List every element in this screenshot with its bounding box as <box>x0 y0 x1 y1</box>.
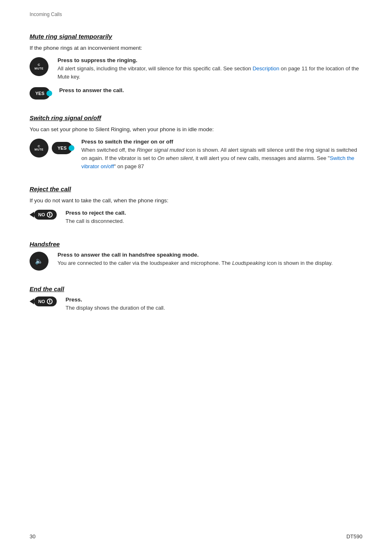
no-label-2: NO <box>38 299 45 304</box>
switch-ring-item-1: C MUTE YES Press to switch the ringer on… <box>30 139 362 171</box>
section-mute-ring-intro: If the phone rings at an inconvenient mo… <box>30 44 362 52</box>
speaker-key-button: 🔈 <box>30 252 48 271</box>
no-arrow <box>30 212 34 218</box>
section-switch-ring: Switch ring signal on/off You can set yo… <box>30 114 362 171</box>
no-arrow-2 <box>30 299 34 304</box>
mute-c-label: C <box>38 63 40 67</box>
section-handsfree-title: Handsfree <box>30 241 362 248</box>
yes-label-2: YES <box>58 146 67 151</box>
section-end-call: End the call NO Press. The display shows… <box>30 285 362 312</box>
power-circle-icon <box>47 212 53 218</box>
reject-call-text-1: Press to reject the call. The call is di… <box>66 210 363 225</box>
switch-ring-text-1: Press to switch the ringer on or off Whe… <box>81 139 362 171</box>
section-end-call-title: End the call <box>30 285 362 292</box>
mute-key-button-2: C MUTE <box>30 139 48 158</box>
power-circle-icon-2 <box>47 299 53 304</box>
product-name: DT590 <box>346 533 362 540</box>
breadcrumb: Incoming Calls <box>30 12 62 17</box>
mute-ring-desc-1: All alert signals, including the vibrato… <box>58 65 359 80</box>
switch-ring-desc-1: When switched off, the Ringer signal mut… <box>81 147 357 169</box>
no-btn-body: NO <box>34 210 57 220</box>
mute-ring-item-1: C MUTE Press to suppress the ringing. Al… <box>30 57 362 81</box>
section-mute-ring: Mute ring signal temporarily If the phon… <box>30 33 362 100</box>
no-label: NO <box>38 212 45 217</box>
end-call-bold-label: Press. <box>66 297 363 303</box>
yes-key-button-2: YES <box>52 142 72 154</box>
yes-key-button: YES <box>30 87 50 100</box>
mute-button-icon: C MUTE <box>30 57 48 76</box>
mute-ring-bold-label-1: Press to suppress the ringing. <box>58 57 362 63</box>
handsfree-desc: You are connected to the caller via the … <box>58 260 333 266</box>
switch-ring-bold-label-1: Press to switch the ringer on or off <box>81 139 362 145</box>
vibrator-link[interactable]: Switch the vibrator on/off <box>81 155 354 169</box>
section-switch-ring-intro: You can set your phone to Silent Ringing… <box>30 125 362 134</box>
end-call-item-1: NO Press. The display shows the duration… <box>30 297 362 312</box>
description-link[interactable]: Description <box>253 65 279 72</box>
section-handsfree: Handsfree 🔈 Press to answer the call in … <box>30 241 362 271</box>
handsfree-text-1: Press to answer the call in handsfree sp… <box>58 252 362 267</box>
section-switch-ring-title: Switch ring signal on/off <box>30 114 362 121</box>
end-call-text-1: Press. The display shows the duration of… <box>66 297 363 312</box>
yes-button-icon: YES <box>30 87 50 100</box>
reject-desc: The call is disconnected. <box>66 218 124 224</box>
section-mute-ring-title: Mute ring signal temporarily <box>30 33 362 40</box>
end-call-desc: The display shows the duration of the ca… <box>66 305 165 311</box>
no-key-button-2: NO <box>30 297 57 306</box>
mute-key-button: C MUTE <box>30 57 48 76</box>
mute-ring-text-1: Press to suppress the ringing. All alert… <box>58 57 362 81</box>
speaker-button-icon: 🔈 <box>30 252 48 271</box>
no-key-button: NO <box>30 210 57 220</box>
mute-label: MUTE <box>35 67 44 70</box>
speaker-icon: 🔈 <box>35 257 43 265</box>
handsfree-item-1: 🔈 Press to answer the call in handsfree … <box>30 252 362 271</box>
no-button-icon: NO <box>30 210 57 220</box>
handsfree-bold-label: Press to answer the call in handsfree sp… <box>58 252 362 258</box>
section-reject-call: Reject the call If you do not want to ta… <box>30 185 362 225</box>
mute-c-label-2: C <box>38 144 40 148</box>
no-btn-body-2: NO <box>34 297 57 306</box>
no-button-icon-2: NO <box>30 297 57 306</box>
page-number: 30 <box>30 533 35 540</box>
mute-label-2: MUTE <box>35 148 44 151</box>
reject-bold-label: Press to reject the call. <box>66 210 363 216</box>
yes-label: YES <box>35 91 44 96</box>
section-reject-intro: If you do not want to take the call, whe… <box>30 197 362 205</box>
section-reject-title: Reject the call <box>30 185 362 192</box>
mute-ring-bold-label-2: Press to answer the call. <box>59 87 362 93</box>
mute-yes-button-icons: C MUTE YES <box>30 139 72 158</box>
mute-ring-item-2: YES Press to answer the call. <box>30 87 362 100</box>
reject-call-item-1: NO Press to reject the call. The call is… <box>30 210 362 225</box>
mute-ring-text-2: Press to answer the call. <box>59 87 362 95</box>
